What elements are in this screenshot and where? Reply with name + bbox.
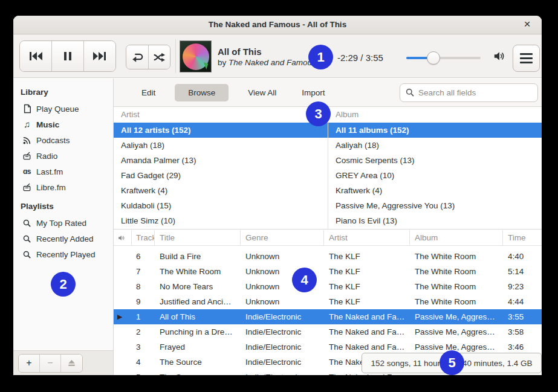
sidebar-item-recently-played[interactable]: Recently Played <box>13 246 113 262</box>
sidebar-item-label: Libre.fm <box>36 183 66 192</box>
sidebar-item-label: My Top Rated <box>36 219 86 228</box>
album-column-header[interactable]: Album <box>410 230 503 245</box>
album-row[interactable]: Aaliyah (18) <box>328 138 542 153</box>
title-column-header[interactable]: Title <box>155 230 241 245</box>
artist-row[interactable]: Fad Gadget (29) <box>114 168 328 183</box>
shuffle-button[interactable] <box>149 45 170 69</box>
volume-icon[interactable] <box>493 50 506 62</box>
eject-button[interactable] <box>61 355 82 372</box>
shuffle-icon <box>152 51 166 64</box>
search-box[interactable] <box>400 83 538 102</box>
album-row[interactable]: Kraftwerk (4) <box>328 183 542 198</box>
now-playing-artist-line: by The Naked and Famous <box>218 57 316 68</box>
transport-controls <box>19 40 116 72</box>
playlists-header: Playlists <box>13 198 113 215</box>
pause-button[interactable] <box>52 41 84 71</box>
genre-column-header[interactable]: Genre <box>241 230 324 245</box>
previous-icon <box>27 49 44 63</box>
seek-handle[interactable] <box>427 51 440 65</box>
album-row[interactable]: All 11 albums (152) <box>328 123 542 138</box>
sidebar-item-podcasts[interactable]: Podcasts <box>13 132 113 148</box>
album-column-header[interactable]: Album <box>328 107 542 123</box>
sidebar-item-radio[interactable]: Radio <box>13 148 113 164</box>
previous-button[interactable] <box>20 41 52 71</box>
playback-mode-controls <box>126 45 170 69</box>
table-row-selected-playing[interactable]: ▶ 1 All of This Indie/Electronic The Nak… <box>114 309 542 324</box>
artist-row[interactable]: Amanda Palmer (13) <box>114 153 328 168</box>
screenshot-background: The Naked and Famous - All of This × <box>0 0 558 392</box>
next-button[interactable] <box>84 41 115 71</box>
table-row[interactable]: 8 No More Tears Unknown The KLF The Whit… <box>114 279 542 294</box>
album-row[interactable]: Cosmic Serpents (13) <box>328 153 542 168</box>
sidebar-item-label: Play Queue <box>36 104 79 114</box>
radio-icon <box>22 182 32 192</box>
play-indicator-icon: ▶ <box>117 309 122 324</box>
close-button[interactable]: × <box>520 16 534 34</box>
sidebar-item-label: Music <box>36 120 59 129</box>
sidebar-item-lastfm[interactable]: ɑs Last.fm <box>13 164 113 179</box>
track-column-header[interactable]: Track <box>132 230 155 245</box>
app-menu-button[interactable] <box>513 45 540 72</box>
artist-row[interactable]: All 12 artists (152) <box>114 123 328 138</box>
artist-column-header[interactable]: Artist <box>114 107 328 123</box>
pause-icon <box>62 49 74 63</box>
browse-button[interactable]: Browse <box>175 84 229 101</box>
artist-row[interactable]: Kraftwerk (4) <box>114 183 328 198</box>
album-row[interactable]: Piano Is Evil (13) <box>328 213 542 228</box>
document-icon <box>22 104 32 114</box>
now-playing-artist: The Naked and Famous <box>229 58 316 67</box>
playing-column-header[interactable] <box>114 230 132 245</box>
repeat-button[interactable] <box>126 45 149 69</box>
artist-row[interactable]: Aaliyah (18) <box>114 138 328 153</box>
sidebar-action-bar: + − <box>13 350 113 375</box>
main-pane: Edit Browse View All Import Artist <box>114 79 542 375</box>
sidebar-item-my-top-rated[interactable]: My Top Rated <box>13 215 113 231</box>
music-note-icon: ♫ <box>22 120 32 129</box>
album-row[interactable]: GREY Area (10) <box>328 168 542 183</box>
sidebar-item-label: Podcasts <box>36 136 70 145</box>
toolbar-separator <box>175 39 176 73</box>
table-row[interactable]: 7 The White Room Unknown The KLF The Whi… <box>114 264 542 279</box>
artist-pane: Artist All 12 artists (152) Aaliyah (18)… <box>114 107 328 229</box>
table-row[interactable]: 6 Build a Fire Unknown The KLF The White… <box>114 249 542 264</box>
table-row[interactable]: 2 Punching in a Dre… Indie/Electronic Th… <box>114 324 542 339</box>
radio-icon <box>22 151 32 161</box>
sidebar-item-label: Recently Played <box>36 250 96 259</box>
sidebar-item-label: Recently Added <box>36 234 94 243</box>
artist-column-header[interactable]: Artist <box>324 230 410 245</box>
add-playlist-button[interactable]: + <box>19 355 40 372</box>
view-all-button[interactable]: View All <box>242 84 282 101</box>
remove-playlist-button[interactable]: − <box>40 355 61 372</box>
edit-button[interactable]: Edit <box>135 84 161 101</box>
search-icon <box>22 219 32 228</box>
sidebar-item-recently-added[interactable]: Recently Added <box>13 231 113 246</box>
time-display: -2:29 / 3:55 <box>337 53 383 63</box>
annotation-badge-3: 3 <box>306 101 331 126</box>
artist-row[interactable]: Kuldaboli (15) <box>114 198 328 213</box>
annotation-badge-4: 4 <box>292 268 317 292</box>
menu-icon <box>520 53 533 63</box>
table-row[interactable]: 9 Justified and Anci… Unknown The KLF Th… <box>114 294 542 309</box>
sidebar-item-label: Last.fm <box>36 167 63 176</box>
sidebar: Library Play Queue ♫ Music <box>13 79 114 375</box>
annotation-badge-2: 2 <box>51 272 76 297</box>
seek-slider[interactable] <box>406 51 481 65</box>
time-column-header[interactable]: Time <box>503 230 542 245</box>
sidebar-item-play-queue[interactable]: Play Queue <box>13 101 113 117</box>
titlebar[interactable]: The Naked and Famous - All of This × <box>13 16 542 34</box>
podcast-icon <box>22 136 32 145</box>
app-window: The Naked and Famous - All of This × <box>13 16 542 375</box>
eject-icon <box>67 359 76 367</box>
artist-row[interactable]: Little Simz (10) <box>114 213 328 228</box>
speaker-column-icon <box>117 234 126 242</box>
search-input[interactable] <box>418 88 533 97</box>
repeat-icon <box>131 51 144 64</box>
lastfm-icon: ɑs <box>22 167 32 176</box>
album-row[interactable]: Passive Me, Aggressive You (13) <box>328 198 542 213</box>
sidebar-item-music[interactable]: ♫ Music <box>13 117 113 132</box>
sidebar-item-librefm[interactable]: Libre.fm <box>13 179 113 195</box>
annotation-badge-1: 1 <box>308 45 333 69</box>
album-art-disc <box>183 43 209 70</box>
player-toolbar: All of This by The Naked and Famous -2:2… <box>13 34 542 78</box>
import-button[interactable]: Import <box>296 84 331 101</box>
